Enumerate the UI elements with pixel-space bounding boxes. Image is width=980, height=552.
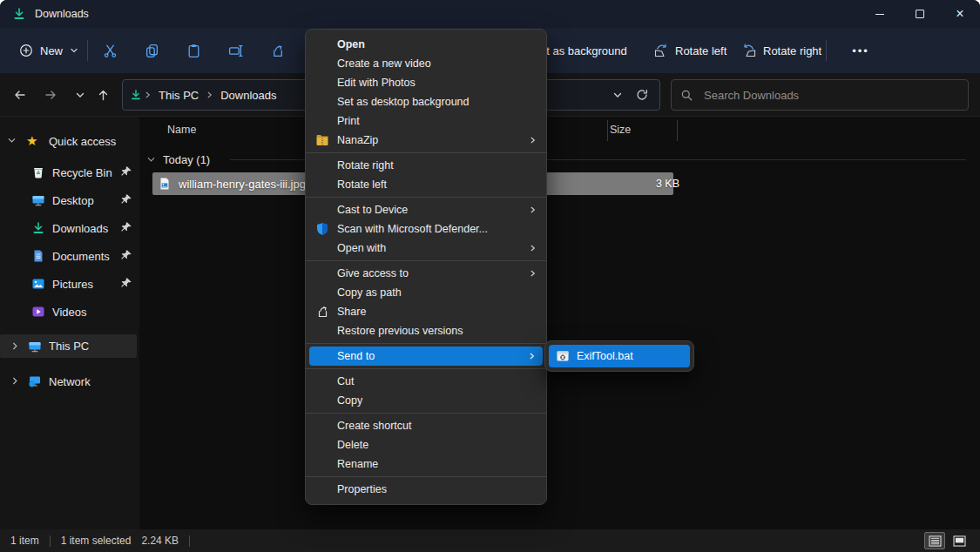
sidebar-item-documents[interactable]: Documents [0, 244, 139, 268]
rename-button[interactable] [218, 37, 253, 64]
chevron-right-icon[interactable] [10, 376, 20, 386]
share-button[interactable] [260, 37, 294, 64]
chevron-down-icon[interactable] [7, 136, 17, 145]
menu-item-copy-as-path[interactable]: Copy as path [306, 283, 546, 302]
menu-label: Rename [337, 458, 378, 470]
sidebar-item-pictures[interactable]: Pictures [0, 272, 139, 296]
menu-label: Create a new video [337, 57, 431, 70]
menu-item-rotate-right[interactable]: Rotate right [306, 156, 546, 175]
sidebar-item-recycle-bin[interactable]: Recycle Bin [0, 160, 139, 185]
share-icon [315, 305, 329, 319]
send-to-submenu: ExifTool.bat [544, 340, 694, 372]
downloads-small-icon [130, 89, 142, 101]
menu-item-rotate-left[interactable]: Rotate left [306, 175, 546, 194]
sidebar-item-desktop[interactable]: Desktop [0, 188, 139, 212]
pictures-icon [31, 277, 45, 291]
breadcrumb-this-pc[interactable]: This PC [153, 89, 204, 102]
submenu-label: ExifTool.bat [577, 350, 633, 362]
statusbar-divider [50, 535, 51, 547]
menu-item-properties[interactable]: Properties [306, 480, 546, 499]
close-button[interactable]: × [940, 0, 980, 28]
menu-item-scan-with-defender[interactable]: Scan with Microsoft Defender... [306, 219, 546, 239]
menu-item-open[interactable]: Open [306, 35, 546, 54]
status-bar: 1 item 1 item selected 2.24 KB [0, 529, 980, 552]
recent-locations-button[interactable] [68, 84, 92, 105]
sidebar-item-this-pc[interactable]: This PC [0, 334, 137, 358]
rotate-left-button[interactable]: Rotate left [646, 37, 733, 64]
details-view-button[interactable] [924, 532, 945, 549]
file-explorer-window: Downloads × New [0, 0, 980, 552]
menu-item-give-access-to[interactable]: Give access to [306, 264, 546, 283]
group-header-today[interactable]: Today (1) [139, 150, 210, 169]
column-header-size[interactable]: Size [610, 124, 631, 136]
submenu-arrow-icon [529, 136, 537, 145]
search-box[interactable] [671, 79, 969, 111]
chevron-right-icon[interactable] [10, 341, 20, 351]
refresh-icon[interactable] [635, 88, 649, 102]
pin-icon [120, 193, 132, 205]
paste-button[interactable] [176, 37, 211, 64]
rotate-right-label: Rotate right [763, 44, 821, 57]
search-input[interactable] [702, 88, 959, 103]
submenu-item-exiftool[interactable]: ExifTool.bat [549, 345, 690, 367]
sidebar-item-videos[interactable]: Videos [0, 300, 139, 324]
menu-item-cast-to-device[interactable]: Cast to Device [306, 200, 546, 219]
menu-item-open-with[interactable]: Open with [306, 239, 546, 258]
menu-label: Set as desktop background [337, 96, 470, 108]
circle-plus-icon [19, 44, 33, 57]
menu-label: Copy [337, 394, 362, 407]
menu-label: NanaZip [337, 134, 378, 146]
breadcrumb-chevron-icon [142, 91, 153, 99]
set-as-background-button[interactable]: et as background [533, 37, 634, 64]
toolbar-divider [826, 40, 827, 61]
menu-item-print[interactable]: Print [306, 111, 546, 131]
menu-item-restore-previous-versions[interactable]: Restore previous versions [306, 321, 546, 340]
menu-separator [306, 152, 546, 153]
minimize-button[interactable] [860, 0, 900, 28]
sidebar-item-downloads[interactable]: Downloads [0, 216, 139, 240]
chevron-down-icon[interactable] [146, 155, 156, 165]
column-header-name[interactable]: Name [167, 124, 196, 136]
sidebar-item-network[interactable]: Network [0, 369, 139, 394]
submenu-arrow-icon [529, 205, 537, 214]
bat-file-icon [556, 349, 570, 363]
menu-label: Open [337, 38, 365, 50]
breadcrumb-downloads[interactable]: Downloads [215, 89, 281, 102]
sidebar-item-quick-access[interactable]: ★ Quick access [0, 129, 139, 153]
menu-label: Print [337, 115, 360, 127]
up-button[interactable] [91, 84, 115, 105]
menu-item-rename[interactable]: Rename [306, 454, 546, 474]
see-more-button[interactable]: ••• [843, 37, 878, 64]
back-button[interactable] [7, 84, 31, 105]
column-divider[interactable] [607, 120, 608, 141]
menu-item-create-new-video[interactable]: Create a new video [306, 54, 546, 73]
menu-item-send-to[interactable]: Send to [309, 347, 543, 366]
toolbar-divider [87, 40, 88, 61]
menu-item-cut[interactable]: Cut [306, 372, 546, 391]
menu-separator [306, 197, 546, 198]
address-dropdown-icon[interactable] [612, 90, 623, 100]
new-button[interactable]: New [10, 37, 87, 64]
submenu-arrow-icon [528, 352, 536, 360]
copy-button[interactable] [134, 37, 169, 64]
jpg-file-icon [158, 177, 172, 191]
menu-label: Rotate right [337, 159, 394, 172]
thumbnail-view-button[interactable] [949, 532, 970, 549]
maximize-button[interactable] [900, 0, 940, 28]
menu-item-copy[interactable]: Copy [306, 391, 546, 410]
menu-label: Cast to Device [337, 204, 408, 216]
sidebar-label: Downloads [52, 222, 108, 235]
menu-item-delete[interactable]: Delete [306, 435, 546, 454]
menu-item-create-shortcut[interactable]: Create shortcut [306, 416, 546, 435]
column-divider[interactable] [677, 120, 678, 141]
menu-item-share[interactable]: Share [306, 302, 546, 321]
forward-button[interactable] [38, 84, 63, 105]
menu-item-edit-with-photos[interactable]: Edit with Photos [306, 73, 546, 92]
rotate-right-button[interactable]: Rotate right [734, 37, 828, 64]
new-button-label: New [40, 44, 63, 57]
cut-button[interactable] [92, 37, 127, 64]
sidebar-label: Network [49, 375, 91, 388]
menu-item-set-as-desktop-background[interactable]: Set as desktop background [306, 92, 546, 111]
menu-item-nanazip[interactable]: NanaZip [306, 131, 546, 150]
menu-label: Edit with Photos [337, 77, 416, 89]
